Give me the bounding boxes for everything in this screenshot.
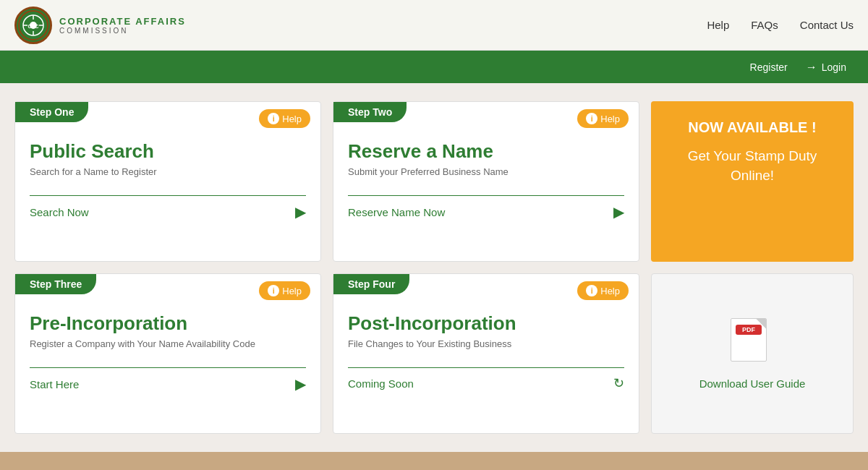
info-icon: i bbox=[268, 113, 279, 124]
step-two-card: Step Two i Help Reserve a Name Submit yo… bbox=[333, 101, 639, 262]
refresh-icon: ↻ bbox=[613, 375, 624, 391]
step-four-title: Post-Incorporation bbox=[348, 312, 624, 335]
step-one-help-button[interactable]: i Help bbox=[259, 109, 310, 128]
step-two-body: Reserve a Name Submit your Preferred Bus… bbox=[333, 122, 639, 195]
step-four-action-label: Coming Soon bbox=[348, 377, 414, 390]
promo-text: Get Your Stamp Duty Online! bbox=[665, 147, 839, 185]
register-link[interactable]: Register bbox=[750, 61, 788, 73]
info-icon: i bbox=[586, 285, 597, 296]
step-one-card: Step One i Help Public Search Search for… bbox=[14, 101, 321, 262]
step-one-body: Public Search Search for a Name to Regis… bbox=[15, 122, 320, 195]
promo-box[interactable]: NOW AVAILABLE ! Get Your Stamp Duty Onli… bbox=[651, 101, 854, 262]
step-one-label: Step One bbox=[15, 102, 88, 122]
help-label: Help bbox=[600, 114, 620, 124]
logo-text: CORPORATE AFFAIRS COMMISSION bbox=[59, 16, 186, 35]
arrow-right-icon: ▶ bbox=[613, 203, 624, 221]
logo-line2: COMMISSION bbox=[59, 27, 186, 35]
promo-title: NOW AVAILABLE ! bbox=[665, 119, 839, 136]
main-nav: Help FAQs Contact Us bbox=[707, 19, 854, 31]
help-label: Help bbox=[282, 286, 302, 296]
step-four-label: Step Four bbox=[333, 274, 409, 294]
sub-nav: Register → Login bbox=[0, 51, 868, 83]
info-icon: i bbox=[268, 285, 279, 296]
step-four-action[interactable]: Coming Soon ↻ bbox=[333, 368, 639, 398]
step-two-action[interactable]: Reserve Name Now ▶ bbox=[333, 196, 639, 228]
step-three-body: Pre-Incorporation Register a Company wit… bbox=[15, 294, 320, 367]
logo-area: CAC CORPORATE AFFAIRS COMMISSION bbox=[14, 7, 186, 44]
login-link[interactable]: → Login bbox=[806, 61, 846, 74]
info-icon: i bbox=[586, 113, 597, 124]
step-four-card: Step Four i Help Post-Incorporation File… bbox=[333, 273, 639, 434]
pdf-icon: PDF bbox=[731, 318, 774, 369]
logo-line1: CORPORATE AFFAIRS bbox=[59, 16, 186, 27]
login-icon: → bbox=[806, 61, 817, 74]
step-one-title: Public Search bbox=[30, 140, 306, 163]
step-three-title: Pre-Incorporation bbox=[30, 312, 306, 335]
help-label: Help bbox=[282, 114, 302, 124]
step-three-help-button[interactable]: i Help bbox=[259, 281, 310, 300]
main-content: Step One i Help Public Search Search for… bbox=[0, 83, 868, 452]
step-two-label: Step Two bbox=[333, 102, 407, 122]
step-two-action-label: Reserve Name Now bbox=[348, 206, 445, 218]
faqs-link[interactable]: FAQs bbox=[751, 19, 778, 31]
arrow-right-icon: ▶ bbox=[295, 203, 306, 221]
step-three-card: Step Three i Help Pre-Incorporation Regi… bbox=[14, 273, 321, 434]
step-three-action[interactable]: Start Here ▶ bbox=[15, 368, 320, 400]
arrow-right-icon: ▶ bbox=[295, 375, 306, 393]
step-one-action-label: Search Now bbox=[30, 206, 89, 218]
step-three-subtitle: Register a Company with Your Name Availa… bbox=[30, 338, 306, 349]
step-two-help-button[interactable]: i Help bbox=[577, 109, 629, 128]
step-four-body: Post-Incorporation File Changes to Your … bbox=[333, 294, 639, 367]
step-one-action[interactable]: Search Now ▶ bbox=[15, 196, 320, 228]
pdf-label: PDF bbox=[736, 325, 762, 335]
help-link[interactable]: Help bbox=[707, 19, 729, 31]
step-four-subtitle: File Changes to Your Existing Business bbox=[348, 338, 624, 349]
svg-text:CAC: CAC bbox=[27, 24, 38, 29]
step-three-label: Step Three bbox=[15, 274, 96, 294]
step-four-help-button[interactable]: i Help bbox=[577, 281, 629, 300]
contact-us-link[interactable]: Contact Us bbox=[800, 19, 854, 31]
step-three-action-label: Start Here bbox=[30, 378, 79, 390]
help-label: Help bbox=[600, 286, 620, 296]
login-label: Login bbox=[822, 61, 846, 73]
step-two-subtitle: Submit your Preferred Business Name bbox=[348, 166, 624, 177]
download-user-guide-link[interactable]: Download User Guide bbox=[699, 377, 806, 390]
step-one-subtitle: Search for a Name to Register bbox=[30, 166, 306, 177]
pdf-download-box: PDF Download User Guide bbox=[651, 273, 854, 434]
top-nav: CAC CORPORATE AFFAIRS COMMISSION Help FA… bbox=[0, 0, 868, 51]
step-two-title: Reserve a Name bbox=[348, 140, 624, 163]
logo-icon: CAC bbox=[14, 7, 52, 44]
